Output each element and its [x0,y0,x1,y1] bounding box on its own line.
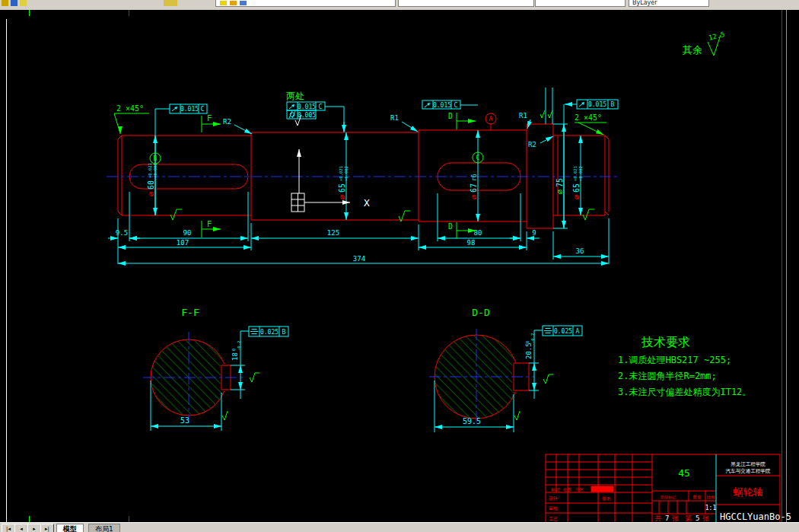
section-f-top: F [207,114,212,123]
section-d-bottom: D [448,222,453,231]
circular-runout-icon [579,102,584,107]
dim-dia65-mid: ⌀ 65 +0.021 +0.002 [338,166,349,199]
dim-dia60: ⌀ 60 +0.021 +0.002 [147,163,158,196]
svg-text:C: C [454,102,458,109]
drawing-viewport[interactable]: 其余 12.5 9.5 90 107 [0,10,799,522]
section-ff-title: F-F [181,307,199,318]
layers-icon[interactable] [164,0,177,6]
school-line-1: 黑龙江工程学院 [731,461,766,467]
symmetry-icon [544,329,552,333]
svg-text:⌀: ⌀ [470,195,478,199]
shaft-front-view: 9.5 90 107 125 80 9 98 36 374 ⌀ 60 [107,88,620,264]
toolbar-icon[interactable] [2,0,8,6]
layout-tab-bar: |◂ ◂ ▸ ▸| 模型 布局1 [0,522,799,532]
svg-text:+0.021: +0.021 [148,163,152,178]
school-line-2: 汽车与交通工程学院 [726,468,771,474]
fcf-frames: 0.015 C 两处 0.015 C 0.005 [155,91,618,132]
dim-98: 98 [467,239,476,247]
diameter-dimensions: ⌀ 60 +0.021 +0.002 B ⌀ 65 +0.021 +0.002 … [147,104,583,228]
sheet-frame [7,10,787,522]
ucs-icon: X [291,149,370,212]
svg-text:⌀: ⌀ [572,195,581,199]
datum-a-label: A [489,116,493,123]
chamfer-left-note: 2 ×45° [116,104,144,113]
tech-title: 技术要求 [641,335,690,349]
svg-text:C: C [319,104,323,110]
dim-ff-18: 18 0 -0.2 [231,341,241,361]
toolbar-icon[interactable] [11,0,18,6]
two-places-note: 两处 [286,91,304,101]
svg-text:⌀: ⌀ [338,195,346,199]
tab-layout1[interactable]: 布局1 [88,524,120,532]
linetype-combobox[interactable] [535,0,626,7]
lightbulb-icon [220,1,227,5]
technical-requirements: 技术要求 1.调质处理HBS217 ~255; 2.未注圆角半径R=2mm; 3… [618,335,751,397]
svg-text:0.025: 0.025 [554,328,572,335]
roughness-icon [250,373,259,382]
tech-line-3: 3.未注尺寸偏差处精度为IT12。 [618,387,751,397]
title-block: 45 黑龙江工程学院 汽车与交通工程学院 蜗轮轴 HGCCLYuanBo-5 1… [546,454,791,522]
fcf-symmetry-dd: 0.025 A [534,326,582,355]
tech-line-2: 2.未注圆角半径R=2mm; [618,371,717,381]
lineweight-value: ByLayer [632,0,657,6]
last-tab-button[interactable]: ▸| [40,524,54,532]
dim-r1-left: R1 [390,114,399,122]
lock-icon [240,1,247,5]
svg-text:C: C [201,106,205,113]
symmetry-icon [250,330,258,334]
datum-b-label: B [154,155,158,162]
sheet-count: 共 7 张 第 5 张 [654,514,709,522]
scale-value: 1:1 [705,505,717,511]
svg-text:0.015: 0.015 [433,102,451,109]
tech-line-1: 1.调质处理HBS217 ~255; [618,355,731,365]
svg-text:0.015: 0.015 [298,104,316,110]
fcf-runout-mid-right: 0.015 C [422,100,478,109]
prev-tab-button[interactable]: ◂ [14,524,28,532]
process-label: 工艺 [549,516,558,521]
qty-label: 数量 [693,495,702,499]
surface-note-value: 12.5 [708,30,725,42]
svg-text:+0.021: +0.021 [573,166,578,181]
svg-text:60: 60 [147,180,155,190]
sun-icon [230,1,237,5]
svg-text:67: 67 [470,183,478,193]
surface-note-prefix: 其余 [683,44,702,56]
circular-runout-icon [172,107,177,111]
svg-text:0.015: 0.015 [588,101,606,108]
dim-r1-right: R1 [519,112,527,119]
count-label: 处数 [563,487,572,492]
part-name: 蜗轮轴 [734,486,763,498]
fcf-two-places: 两处 0.015 C 0.005 [286,91,344,132]
svg-text:+0.002: +0.002 [153,163,158,178]
svg-text:75: 75 [555,178,564,187]
design-label: 设计 [549,495,558,501]
svg-text:65: 65 [572,183,581,193]
svg-text:0: 0 [231,349,236,351]
first-tab-button[interactable]: |◂ [2,524,15,532]
lineweight-combobox[interactable]: ByLayer [629,0,709,7]
color-combobox[interactable] [398,0,534,7]
chamfer-right-note: 2 ×45° [575,113,602,122]
svg-text:B: B [282,329,286,336]
svg-text:18: 18 [231,352,239,361]
roughness-icon [514,411,520,420]
dim-dia65-right: ⌀ 65 +0.021 +0.002 [572,166,583,199]
roughness-marks [170,110,594,221]
section-view-dd: D-D 59.5 20.5 0 -0.2 0.025 A [429,307,582,432]
circular-runout-icon [425,103,430,107]
drawing-area[interactable]: 其余 12.5 9.5 90 107 [0,10,799,522]
tab-model[interactable]: 模型 [56,524,84,532]
svg-text:B: B [611,101,615,108]
svg-text:+0.002: +0.002 [344,166,349,181]
stage-label: 阶段标记 [661,495,676,500]
layer-combobox[interactable] [215,0,396,7]
section-dd-title: D-D [472,307,490,318]
length-dimensions: 9.5 90 107 125 80 9 98 36 374 [108,229,609,263]
toolbar-icon[interactable] [20,0,27,6]
svg-text:⌀: ⌀ [147,192,155,196]
svg-text:A: A [576,328,580,335]
next-tab-button[interactable]: ▸ [27,524,41,532]
roughness-icon [222,411,228,420]
svg-text:0.025: 0.025 [260,329,279,336]
svg-text:20.5: 20.5 [525,342,533,359]
